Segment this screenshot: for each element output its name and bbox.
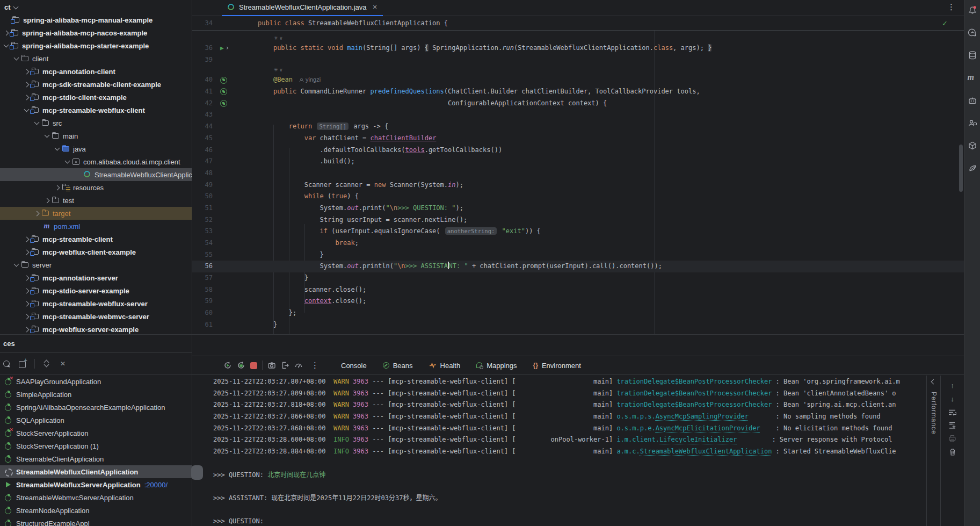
rerun-debug-icon[interactable] bbox=[237, 361, 245, 370]
code-line[interactable]: 40 @Beanyingzi bbox=[192, 74, 964, 86]
tree-item[interactable]: mcp-streamable-webflux-client bbox=[0, 104, 192, 117]
console-line[interactable]: 2025-11-22T22:03:27.807+08:00 WARN 3963 … bbox=[192, 376, 926, 388]
chevron-down-icon[interactable] bbox=[45, 133, 50, 138]
code-line[interactable]: 43 bbox=[192, 109, 964, 121]
code-vision-author[interactable]: yingzi bbox=[299, 76, 321, 83]
code-line[interactable]: 48 bbox=[192, 168, 964, 179]
spring-bean-icon[interactable] bbox=[220, 100, 227, 107]
build-cube-icon[interactable] bbox=[968, 141, 977, 150]
code-vision-icon[interactable]: ✳ ∨ bbox=[274, 34, 283, 42]
chevron-right-icon[interactable] bbox=[24, 249, 30, 255]
service-item[interactable]: StreamableWebfluxClientApplication bbox=[0, 465, 192, 478]
chevron-right-icon[interactable] bbox=[4, 30, 9, 35]
tree-item[interactable]: mcp-stdio-server-example bbox=[0, 284, 192, 297]
chevron-right-icon[interactable] bbox=[24, 82, 30, 87]
chevron-down-icon[interactable] bbox=[65, 158, 70, 164]
tree-item[interactable]: mcp-webflux-client-example bbox=[0, 246, 192, 258]
project-header[interactable]: ct bbox=[0, 0, 192, 15]
scroll-down-icon[interactable]: ↓ bbox=[950, 395, 954, 403]
console-line[interactable]: 2025-11-22T22:03:27.868+08:00 WARN 3963 … bbox=[192, 423, 926, 435]
service-item[interactable]: StreamableClientApplication bbox=[0, 452, 192, 465]
code-line[interactable]: 44 return String[] args -> { bbox=[192, 121, 964, 133]
code-line[interactable]: 56 System.out.println("\n>>> ASSISTANT: … bbox=[192, 261, 964, 272]
more-options-icon[interactable]: ⋮ bbox=[311, 361, 319, 370]
console-line[interactable]: >>> ASSISTANT: 现在北京时间是2025年11月22日22时03分3… bbox=[192, 493, 926, 505]
service-item[interactable]: StreamableWebfluxServerApplication :2000… bbox=[0, 478, 192, 491]
code-line[interactable]: 51 System.out.print("\n>>> QUESTION: "); bbox=[192, 203, 964, 214]
tree-item[interactable]: spring-ai-alibaba-mcp-nacos-example bbox=[0, 26, 192, 39]
tree-item[interactable]: mcp-annotation-client bbox=[0, 65, 192, 78]
service-item[interactable]: StructuredExampleAppl bbox=[0, 517, 192, 526]
expand-all-icon[interactable] bbox=[42, 359, 51, 368]
tree-item[interactable]: spring-ai-alibaba-mcp-starter-example bbox=[0, 39, 192, 52]
console-line[interactable] bbox=[192, 505, 926, 516]
tree-item[interactable]: resources bbox=[0, 181, 192, 194]
tree-item[interactable]: server bbox=[0, 258, 192, 271]
code-line[interactable]: 50 while (true) { bbox=[192, 191, 964, 203]
contacts-chat-icon[interactable] bbox=[968, 118, 977, 128]
chevron-down-icon[interactable] bbox=[34, 120, 40, 125]
editor-scrollbar-thumb[interactable] bbox=[959, 145, 963, 192]
code-line[interactable]: 52 String userInput = scanner.nextLine()… bbox=[192, 214, 964, 226]
notifications-bell-icon[interactable] bbox=[968, 5, 977, 15]
run-icon[interactable]: ▶ bbox=[220, 42, 224, 54]
chevron-right-icon[interactable] bbox=[45, 198, 50, 203]
fold-chevron-icon[interactable]: › bbox=[226, 42, 229, 54]
clear-all-icon[interactable] bbox=[949, 448, 956, 456]
code-line[interactable]: 61 } bbox=[192, 319, 964, 331]
chevron-down-icon[interactable] bbox=[55, 146, 60, 151]
database-icon[interactable] bbox=[968, 51, 977, 60]
tab-mappings[interactable]: Mappings bbox=[476, 362, 517, 370]
chevron-right-icon[interactable] bbox=[55, 185, 60, 190]
more-options-icon[interactable]: ⋮ bbox=[947, 2, 955, 12]
exit-icon[interactable] bbox=[281, 361, 289, 370]
plugin-robot-icon[interactable] bbox=[968, 96, 977, 105]
console-line[interactable]: 2025-11-22T22:03:27.818+08:00 WARN 3963 … bbox=[192, 399, 926, 411]
spring-bean-icon[interactable] bbox=[220, 77, 227, 84]
console-line[interactable]: >>> QUESTION: 北京时间现在几点钟 bbox=[192, 470, 926, 481]
chevron-right-icon[interactable] bbox=[24, 301, 30, 306]
tab-console[interactable]: Console bbox=[341, 362, 367, 370]
code-line[interactable]: 41 public CommandLineRunner predefinedQu… bbox=[192, 86, 964, 98]
code-line[interactable]: 47 .build(); bbox=[192, 156, 964, 168]
service-item[interactable]: StreamableWebmvcServerApplication bbox=[0, 491, 192, 504]
code-line[interactable]: 54 break; bbox=[192, 237, 964, 249]
code-line[interactable]: 57 } bbox=[192, 272, 964, 284]
add-service-icon[interactable] bbox=[18, 359, 27, 368]
chevron-down-icon[interactable] bbox=[14, 55, 19, 61]
chevron-right-icon[interactable] bbox=[24, 327, 30, 332]
tab-beans[interactable]: Beans bbox=[383, 362, 413, 370]
console-line[interactable]: 2025-11-22T22:03:27.866+08:00 WARN 3963 … bbox=[192, 411, 926, 423]
scroll-up-icon[interactable]: ↑ bbox=[950, 382, 954, 390]
service-item[interactable]: StockServerApplication (1) bbox=[0, 439, 192, 452]
code-vision-row[interactable]: ✳ ∨ bbox=[192, 34, 964, 42]
thread-dump-camera-icon[interactable] bbox=[267, 361, 276, 370]
chevron-right-icon[interactable] bbox=[24, 275, 30, 280]
tree-item[interactable]: com.alibaba.cloud.ai.mcp.client bbox=[0, 155, 192, 168]
tree-item[interactable]: src bbox=[0, 117, 192, 129]
chevron-right-icon[interactable] bbox=[24, 69, 30, 74]
chevron-down-icon[interactable] bbox=[4, 42, 9, 48]
print-icon[interactable] bbox=[948, 435, 956, 442]
ai-assistant-icon[interactable] bbox=[968, 28, 977, 38]
tree-item[interactable]: mcp-streamable-webmvc-server bbox=[0, 310, 192, 323]
chevron-down-icon[interactable] bbox=[24, 107, 30, 112]
code-line[interactable]: 55 } bbox=[192, 249, 964, 261]
tree-item[interactable]: mcp-stdio-client-example bbox=[0, 91, 192, 104]
chevron-right-icon[interactable] bbox=[24, 95, 30, 100]
services-options-icon[interactable] bbox=[2, 359, 11, 368]
editor-tab[interactable]: StreamableWebfluxClientApplication.java … bbox=[222, 0, 383, 16]
code-line[interactable]: 53 if (userInput.equalsIgnoreCase( anoth… bbox=[192, 226, 964, 237]
code-line[interactable]: 42 ConfigurableApplicationContext contex… bbox=[192, 98, 964, 110]
code-line[interactable]: 58 scanner.close(); bbox=[192, 284, 964, 296]
code-line[interactable]: 49 Scanner scanner = new Scanner(System.… bbox=[192, 179, 964, 191]
tree-item[interactable]: StreamableWebfluxClientApplication bbox=[0, 168, 192, 181]
soft-wrap-icon[interactable] bbox=[948, 409, 956, 416]
chevron-down-icon[interactable] bbox=[14, 262, 19, 267]
tree-item[interactable]: mcp-sdk-streamable-client-example bbox=[0, 78, 192, 91]
gauge-icon[interactable] bbox=[294, 361, 303, 370]
tree-item[interactable]: mcp-annotation-server bbox=[0, 271, 192, 284]
service-item[interactable]: ✕SAAPlayGroundApplication bbox=[0, 375, 192, 388]
close-icon[interactable]: ✕ bbox=[373, 4, 378, 11]
tree-item[interactable]: mpom.xml bbox=[0, 220, 192, 233]
